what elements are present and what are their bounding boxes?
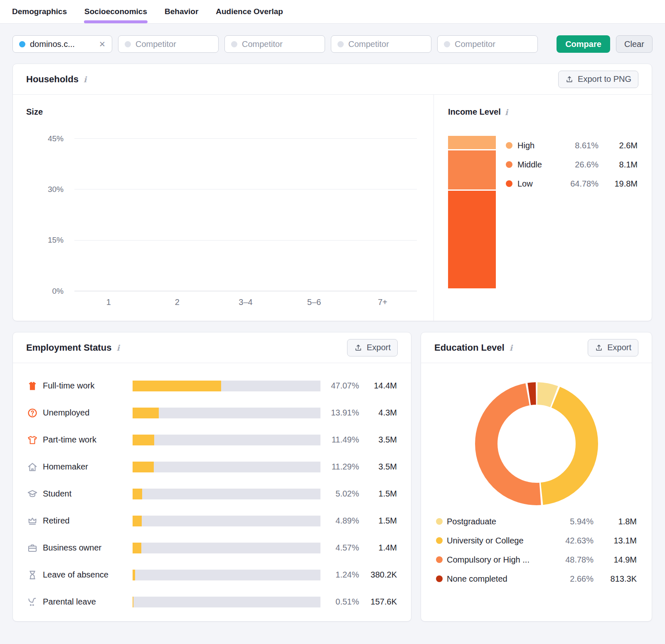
employment-percent: 47.07% bbox=[325, 381, 359, 391]
competitor-input-4[interactable]: Competitor bbox=[437, 35, 538, 53]
income-segment-low bbox=[448, 189, 496, 288]
income-stacked-bar bbox=[448, 136, 496, 288]
employment-bar-track bbox=[133, 462, 320, 472]
info-icon[interactable]: i bbox=[505, 108, 508, 116]
employment-label: Parental leave bbox=[43, 597, 128, 607]
employment-value: 1.4M bbox=[364, 543, 397, 553]
competitor-dot-icon bbox=[337, 41, 344, 47]
close-icon[interactable]: ✕ bbox=[99, 39, 106, 49]
education-export-button[interactable]: Export bbox=[588, 339, 638, 356]
employment-bar-track bbox=[133, 381, 320, 391]
legend-dot-icon bbox=[506, 161, 512, 168]
tab-demographics[interactable]: Demographics bbox=[12, 0, 67, 23]
clear-button[interactable]: Clear bbox=[616, 35, 653, 53]
size-y-tick: 15% bbox=[28, 236, 64, 245]
employment-bar-track bbox=[133, 516, 320, 526]
employment-value: 1.5M bbox=[364, 516, 397, 526]
legend-dot-icon bbox=[436, 518, 443, 525]
size-x-tick: 1 bbox=[74, 297, 143, 307]
size-y-tick: 30% bbox=[28, 185, 64, 194]
legend-dot-icon bbox=[436, 537, 443, 544]
tab-audience-overlap[interactable]: Audience Overlap bbox=[215, 0, 283, 23]
graduation-cap-icon bbox=[27, 489, 38, 499]
domain-chip[interactable]: dominos.c... ✕ bbox=[12, 35, 112, 53]
employment-label: Student bbox=[43, 489, 128, 499]
employment-percent: 4.57% bbox=[325, 543, 359, 553]
income-legend-row: Middle26.6%8.1M bbox=[506, 155, 638, 174]
education-card-header: Education Level i Export bbox=[421, 332, 652, 363]
employment-bar-fill bbox=[133, 570, 135, 580]
info-icon[interactable]: i bbox=[116, 344, 119, 352]
employment-row: Full-time work47.07%14.4M bbox=[27, 372, 397, 399]
employment-value: 3.5M bbox=[364, 435, 397, 445]
employment-row: Leave of absence1.24%380.2K bbox=[27, 561, 397, 588]
household-size-section: Size 45%30%15%0% 123–45–67+ bbox=[13, 95, 433, 321]
export-to-png-button[interactable]: Export to PNG bbox=[558, 71, 638, 88]
income-legend-value: 19.8M bbox=[603, 179, 638, 189]
income-segment-high bbox=[448, 136, 496, 149]
employment-percent: 1.24% bbox=[325, 570, 359, 580]
households-card-header: Households i Export to PNG bbox=[13, 64, 652, 95]
tab-bar: Demographics Socioeconomics Behavior Aud… bbox=[0, 0, 665, 24]
tab-socioeconomics[interactable]: Socioeconomics bbox=[84, 0, 148, 23]
education-legend: Postgraduate5.94%1.8MUniversity or Colle… bbox=[436, 512, 637, 588]
employment-row: Business owner4.57%1.4M bbox=[27, 534, 397, 561]
education-legend-row: University or College42.63%13.1M bbox=[436, 531, 637, 550]
size-x-tick: 7+ bbox=[348, 297, 417, 307]
employment-label: Business owner bbox=[43, 543, 128, 553]
household-size-chart: 45%30%15%0% bbox=[74, 138, 417, 291]
hourglass-icon bbox=[27, 570, 38, 580]
education-legend-value: 1.8M bbox=[597, 517, 637, 526]
competitor-input-1[interactable]: Competitor bbox=[118, 35, 219, 53]
employment-rows: Full-time work47.07%14.4MUnemployed13.91… bbox=[13, 363, 411, 615]
employment-percent: 11.29% bbox=[325, 462, 359, 472]
domain-color-dot-icon bbox=[19, 41, 25, 47]
employment-bar-fill bbox=[133, 543, 141, 553]
size-x-tick: 2 bbox=[143, 297, 212, 307]
employment-row: Part-time work11.49%3.5M bbox=[27, 426, 397, 453]
education-legend-label: None completed bbox=[447, 574, 550, 584]
size-x-tick: 5–6 bbox=[280, 297, 348, 307]
employment-export-button[interactable]: Export bbox=[347, 339, 398, 356]
employment-label: Leave of absence bbox=[43, 570, 128, 580]
legend-dot-icon bbox=[436, 556, 443, 563]
size-x-tick: 3–4 bbox=[212, 297, 280, 307]
compare-button[interactable]: Compare bbox=[557, 35, 610, 53]
income-legend-percent: 8.61% bbox=[559, 141, 598, 150]
size-y-tick: 45% bbox=[28, 134, 64, 143]
education-legend-percent: 2.66% bbox=[554, 574, 594, 584]
income-legend-label: Low bbox=[517, 179, 554, 189]
compare-filter-row: dominos.c... ✕ Competitor Competitor Com… bbox=[12, 35, 653, 53]
employment-value: 380.2K bbox=[364, 570, 397, 580]
households-card: Households i Export to PNG Size 45%30%15… bbox=[12, 64, 652, 321]
income-legend: High8.61%2.6MMiddle26.6%8.1MLow64.78%19.… bbox=[506, 136, 638, 288]
employment-row: Student5.02%1.5M bbox=[27, 480, 397, 507]
shirt-icon bbox=[27, 381, 38, 391]
info-icon[interactable]: i bbox=[84, 76, 86, 84]
education-legend-percent: 42.63% bbox=[554, 536, 594, 546]
education-legend-label: University or College bbox=[447, 536, 550, 546]
employment-label: Full-time work bbox=[43, 381, 128, 391]
income-legend-row: Low64.78%19.8M bbox=[506, 174, 638, 193]
tab-behavior[interactable]: Behavior bbox=[164, 0, 199, 23]
employment-bar-track bbox=[133, 408, 320, 418]
legend-dot-icon bbox=[436, 575, 443, 582]
employment-label: Retired bbox=[43, 516, 128, 526]
competitor-input-2[interactable]: Competitor bbox=[224, 35, 325, 53]
upload-icon bbox=[595, 344, 603, 352]
crown-icon bbox=[27, 516, 38, 526]
employment-bar-fill bbox=[133, 597, 133, 607]
legend-dot-icon bbox=[506, 142, 512, 149]
competitor-input-3[interactable]: Competitor bbox=[331, 35, 431, 53]
employment-bar-track bbox=[133, 570, 320, 580]
info-icon[interactable]: i bbox=[510, 344, 512, 352]
employment-bar-fill bbox=[133, 489, 142, 499]
employment-bar-track bbox=[133, 489, 320, 499]
competitor-dot-icon bbox=[231, 41, 237, 47]
size-bars bbox=[74, 138, 417, 291]
employment-bar-fill bbox=[133, 435, 154, 445]
question-circle-icon bbox=[27, 408, 38, 418]
employment-row: Parental leave0.51%157.6K bbox=[27, 588, 397, 615]
employment-value: 14.4M bbox=[364, 381, 397, 391]
competitor-dot-icon bbox=[125, 41, 131, 47]
